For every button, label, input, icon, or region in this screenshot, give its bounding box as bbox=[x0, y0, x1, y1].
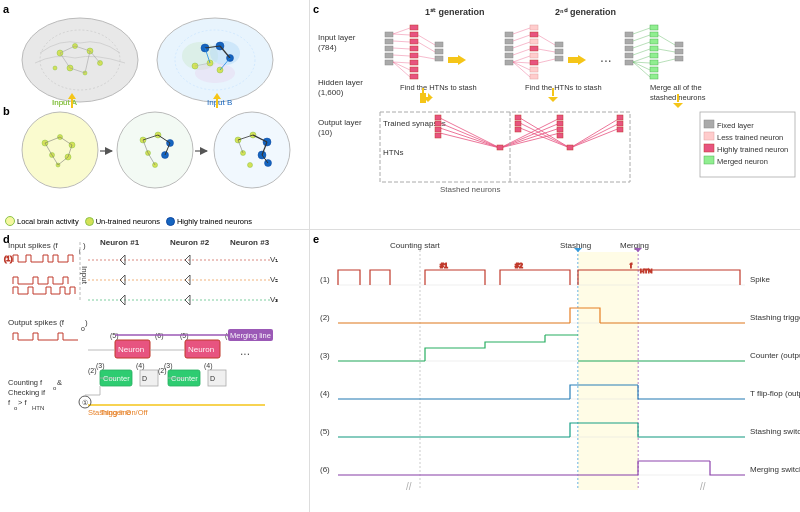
svg-rect-220 bbox=[617, 127, 623, 132]
svg-text:(5): (5) bbox=[110, 332, 119, 340]
brain-svg-a: Input A Input A Input B bbox=[10, 8, 315, 113]
svg-text:Counter: Counter bbox=[103, 374, 130, 383]
svg-rect-149 bbox=[625, 46, 633, 51]
svg-text:Output layer: Output layer bbox=[318, 118, 362, 127]
svg-point-38 bbox=[22, 112, 98, 188]
svg-rect-204 bbox=[557, 121, 563, 126]
svg-text:Neuron #1: Neuron #1 bbox=[100, 238, 140, 247]
svg-text:): ) bbox=[83, 241, 86, 250]
svg-text:(4): (4) bbox=[204, 362, 213, 370]
svg-rect-155 bbox=[650, 46, 658, 51]
svg-point-67 bbox=[214, 112, 290, 188]
svg-text:(5): (5) bbox=[320, 427, 330, 436]
svg-rect-98 bbox=[410, 60, 418, 65]
svg-rect-214 bbox=[515, 115, 521, 120]
svg-text:V₂: V₂ bbox=[270, 275, 278, 284]
svg-text:(6): (6) bbox=[155, 332, 164, 340]
svg-text:(4): (4) bbox=[136, 362, 145, 370]
svg-rect-217 bbox=[567, 145, 573, 150]
svg-rect-162 bbox=[675, 56, 683, 61]
svg-rect-219 bbox=[617, 121, 623, 126]
panel-e: e Counting start Stashing Merging Spike … bbox=[310, 230, 800, 512]
svg-line-167 bbox=[633, 56, 650, 62]
svg-rect-151 bbox=[625, 60, 633, 65]
svg-line-141 bbox=[513, 62, 530, 70]
svg-rect-124 bbox=[530, 25, 538, 30]
svg-line-105 bbox=[393, 34, 410, 35]
svg-point-22 bbox=[210, 41, 240, 65]
svg-text:f: f bbox=[8, 398, 11, 407]
svg-rect-152 bbox=[650, 25, 658, 30]
svg-rect-156 bbox=[650, 53, 658, 58]
svg-rect-203 bbox=[557, 115, 563, 120]
svg-text:Neuron: Neuron bbox=[188, 345, 214, 354]
svg-text:2ⁿᵈ generation: 2ⁿᵈ generation bbox=[555, 7, 616, 17]
svg-rect-94 bbox=[410, 32, 418, 37]
svg-text:HTN: HTN bbox=[640, 268, 652, 274]
svg-rect-120 bbox=[505, 39, 513, 44]
svg-rect-130 bbox=[530, 67, 538, 72]
svg-text:...: ... bbox=[240, 344, 250, 358]
svg-rect-202 bbox=[497, 145, 503, 150]
panel-a-label: a bbox=[3, 3, 9, 15]
svg-text:(6): (6) bbox=[320, 465, 330, 474]
svg-text:Find the HTNs to stash: Find the HTNs to stash bbox=[400, 83, 477, 92]
svg-rect-205 bbox=[557, 127, 563, 132]
svg-text:Trigger On/Off: Trigger On/Off bbox=[100, 408, 148, 417]
main-layout: a b Input A Input A bbox=[0, 0, 800, 512]
svg-text:Merging: Merging bbox=[620, 241, 649, 250]
svg-text:): ) bbox=[85, 318, 88, 327]
svg-rect-100 bbox=[410, 74, 418, 79]
svg-text:V₁: V₁ bbox=[270, 255, 278, 264]
svg-text:Output spikes (f: Output spikes (f bbox=[8, 318, 65, 327]
svg-text:Counter: Counter bbox=[171, 374, 198, 383]
svg-line-143 bbox=[538, 35, 555, 45]
svg-rect-125 bbox=[530, 32, 538, 37]
svg-marker-115 bbox=[458, 55, 466, 65]
svg-line-170 bbox=[633, 62, 650, 77]
svg-text:Input: Input bbox=[80, 266, 89, 285]
svg-line-144 bbox=[538, 49, 555, 52]
svg-text:Counting f: Counting f bbox=[8, 378, 43, 387]
svg-rect-127 bbox=[530, 46, 538, 51]
svg-rect-131 bbox=[530, 74, 538, 79]
svg-text:Neuron #2: Neuron #2 bbox=[170, 238, 210, 247]
svg-line-140 bbox=[513, 62, 530, 63]
svg-text:1ˢᵗ generation: 1ˢᵗ generation bbox=[425, 7, 485, 17]
svg-rect-91 bbox=[385, 53, 393, 58]
svg-text:Counter (output): Counter (output) bbox=[750, 351, 800, 360]
svg-text:(3): (3) bbox=[320, 351, 330, 360]
svg-text:Merge all of the: Merge all of the bbox=[650, 83, 702, 92]
svg-line-114 bbox=[418, 56, 435, 59]
svg-rect-199 bbox=[435, 121, 441, 126]
svg-rect-95 bbox=[410, 39, 418, 44]
svg-text:f: f bbox=[630, 262, 632, 269]
svg-line-106 bbox=[393, 41, 410, 42]
svg-text:(5): (5) bbox=[180, 332, 189, 340]
svg-rect-226 bbox=[704, 144, 714, 152]
panel-c-svg: Input layer (784) Hidden layer (1,600) O… bbox=[310, 0, 800, 230]
svg-line-104 bbox=[393, 28, 410, 34]
svg-text:D: D bbox=[210, 375, 215, 382]
svg-rect-148 bbox=[625, 39, 633, 44]
svg-rect-116 bbox=[448, 57, 458, 63]
svg-text:Highly trained neuron: Highly trained neuron bbox=[717, 145, 788, 154]
svg-text:Stashing switch: Stashing switch bbox=[750, 427, 800, 436]
svg-line-169 bbox=[633, 62, 650, 70]
svg-text:Input spikes (f: Input spikes (f bbox=[8, 241, 59, 250]
svg-rect-157 bbox=[650, 60, 658, 65]
svg-line-108 bbox=[393, 55, 410, 56]
svg-rect-206 bbox=[557, 133, 563, 138]
svg-text:(1,600): (1,600) bbox=[318, 88, 344, 97]
svg-rect-153 bbox=[650, 32, 658, 37]
svg-point-8 bbox=[53, 66, 57, 70]
svg-rect-215 bbox=[515, 121, 521, 126]
svg-line-164 bbox=[633, 35, 650, 41]
svg-rect-88 bbox=[385, 32, 393, 37]
svg-rect-307 bbox=[578, 252, 638, 490]
svg-marker-306 bbox=[634, 248, 642, 252]
svg-text:V₃: V₃ bbox=[270, 295, 278, 304]
svg-line-111 bbox=[393, 62, 410, 77]
svg-line-107 bbox=[393, 48, 410, 49]
svg-rect-133 bbox=[555, 49, 563, 54]
